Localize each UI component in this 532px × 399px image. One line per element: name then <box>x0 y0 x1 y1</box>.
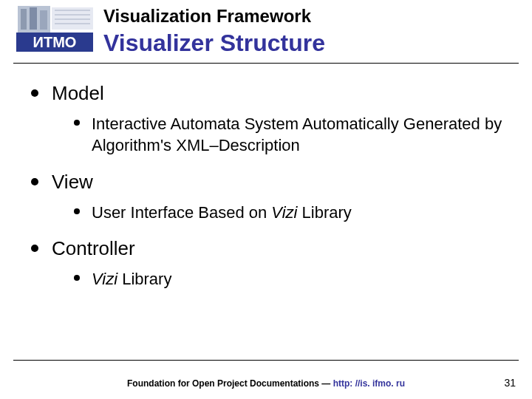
bullet-list: Model Interactive Automata System Automa… <box>30 81 510 290</box>
sub-list: Vizi Library <box>72 268 510 290</box>
sub-bullet: Interactive Automata System Automaticall… <box>72 113 510 157</box>
sub-prefix: User Interface Based on <box>92 203 271 222</box>
svg-text:ИTMO: ИTMO <box>33 34 77 50</box>
sub-text: Interactive Automata System Automaticall… <box>92 115 502 155</box>
sub-suffix: Library <box>297 203 351 222</box>
header-divider <box>13 63 519 64</box>
page-number: 31 <box>504 377 516 389</box>
footer-text: Foundation for Open Project Documentatio… <box>127 378 333 389</box>
footer: Foundation for Open Project Documentatio… <box>0 378 532 389</box>
svg-rect-4 <box>40 10 47 30</box>
slide-header: ИTMO Visualization Framework Visualizer … <box>0 0 532 64</box>
bullet-view: View User Interface Based on Vizi Librar… <box>30 170 510 223</box>
slide-title: Visualizer Structure <box>103 29 532 57</box>
sub-em: Vizi <box>271 203 297 222</box>
slide: ИTMO Visualization Framework Visualizer … <box>0 0 532 399</box>
supertitle: Visualization Framework <box>103 6 532 27</box>
footer-url: http: //is. ifmo. ru <box>333 378 405 389</box>
bullet-controller: Controller Vizi Library <box>30 236 510 290</box>
sub-bullet: User Interface Based on Vizi Library <box>72 202 510 224</box>
itmo-logo: ИTMO <box>13 3 96 53</box>
slide-body: Model Interactive Automata System Automa… <box>0 64 532 290</box>
sub-bullet: Vizi Library <box>72 268 510 290</box>
sub-list: User Interface Based on Vizi Library <box>72 202 510 224</box>
bullet-label: View <box>52 171 93 193</box>
sub-em: Vizi <box>92 270 117 288</box>
svg-rect-3 <box>30 7 37 30</box>
bullet-model: Model Interactive Automata System Automa… <box>30 81 510 157</box>
bullet-label: Model <box>52 82 104 104</box>
sub-suffix: Library <box>117 270 171 288</box>
logo-icon: ИTMO <box>13 3 96 53</box>
sub-list: Interactive Automata System Automaticall… <box>72 113 510 157</box>
heading-block: Visualization Framework Visualizer Struc… <box>103 6 532 57</box>
bullet-label: Controller <box>52 237 135 259</box>
svg-rect-2 <box>21 9 27 30</box>
footer-divider <box>13 360 519 361</box>
